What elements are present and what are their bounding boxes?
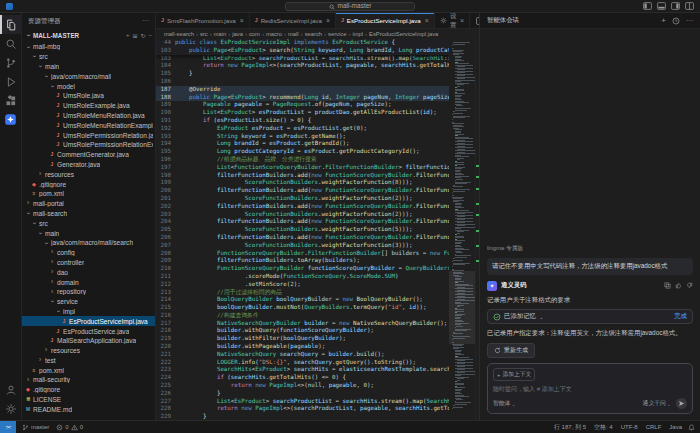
code-line[interactable]: 211 .scoreMode(FunctionScoreQuery.ScoreM… [156,273,449,281]
tree-folder[interactable]: ›mall-search [22,209,155,219]
tree-folder[interactable]: ›java/com/macro/mall/search [22,238,155,248]
tree-file[interactable]: JUmsRolePermissionRelationExample.java [22,140,155,150]
minimap-viewport[interactable] [449,271,475,343]
activity-extensions[interactable] [0,91,22,110]
tree-folder[interactable]: ›src [22,52,155,62]
tree-file[interactable]: MREADME.md [22,404,155,414]
tree-file[interactable]: ≡pom.xml [22,365,155,375]
code-line[interactable]: 189 Pageable pageable = PageRequest.of(p… [156,101,449,109]
editor-tab[interactable]: JRedisServiceImpl.java× [250,13,336,28]
tree-folder[interactable]: ›impl [22,307,155,317]
code-line[interactable]: 222 LOGGER.info("DSL:{}", searchQuery.ge… [156,359,449,367]
breadcrumb-item[interactable]: main [214,31,227,37]
code-line[interactable]: 192 EsProduct esProduct = esProductList.… [156,125,449,133]
regenerate-button[interactable]: 重新生成 [487,343,535,358]
tree-folder[interactable]: ›domain [22,277,155,287]
tree-folder[interactable]: ›java/com/macro/mall [22,71,155,81]
code-line[interactable]: 205 ScoreFunctionBuilders.weightFactorFu… [156,226,449,234]
activity-lingma[interactable] [0,110,22,129]
tree-file[interactable]: ◆.gitignore [22,179,155,189]
code-line[interactable]: 221 NativeSearchQuery searchQuery = buil… [156,351,449,359]
editor-tab[interactable]: 设置× [435,13,470,28]
activity-account[interactable] [0,380,22,399]
tree-folder[interactable]: ›mall-mbg [22,42,155,52]
workspace-section-header[interactable]: › MALL-MASTER + ⊞ ↻ − [22,29,155,42]
code-line[interactable]: 217 NativeSearchQueryBuilder builder = n… [156,320,449,328]
tree-file[interactable]: JMallSearchApplication.java [22,336,155,346]
minimap[interactable] [449,39,475,420]
code-line[interactable]: 206 filterFunctionBuilders.add(new Funct… [156,234,449,242]
more-actions-icon[interactable]: ⋯ [686,17,693,25]
breadcrumb-item[interactable]: EsProductServiceImpl.java [369,31,438,37]
code-line[interactable]: 214 BoolQueryBuilder boolQueryBuilder = … [156,296,449,304]
code-line[interactable]: 197 List<FunctionScoreQueryBuilder.Filte… [156,164,449,172]
tree-file[interactable]: JEsProductService.java [22,326,155,336]
tree-file[interactable]: JGenerator.java [22,160,155,170]
code-line[interactable]: 224 if (searchHits.getTotalHits() <= 0) … [156,374,449,382]
activity-source-control[interactable] [0,53,22,72]
activity-search[interactable] [0,34,22,53]
editor-tab[interactable]: JSmsFlashPromotion.java× [156,13,250,28]
code-line[interactable]: 202 filterFunctionBuilders.add(new Funct… [156,203,449,211]
code-line[interactable]: 218 builder.withQuery(functionScoreQuery… [156,327,449,335]
code-line[interactable]: 209 filterFunctionBuilders.toArray(build… [156,257,449,265]
tree-file[interactable]: JCommentGenerator.java [22,150,155,160]
mode-selector[interactable]: 智能体⌄ [493,399,516,408]
code-line[interactable]: 225 return new PageImpl<>(null, pageable… [156,382,449,390]
code-line[interactable]: 200 filterFunctionBuilders.add(new Funct… [156,187,449,195]
status-item[interactable]: 行 187, 列 5 [554,423,586,432]
chat-input-placeholder[interactable]: 随时提问，输入 # 添加上下文 [493,385,687,394]
toggle-panel-icon[interactable] [657,2,666,10]
status-item[interactable]: UTF-8 [621,424,638,430]
tree-file[interactable]: JUmsRoleMenuRelation.java [22,111,155,121]
overview-ruler[interactable] [475,39,479,420]
tree-folder[interactable]: ›service [22,297,155,307]
code-line[interactable]: 210 FunctionScoreQueryBuilder functionSc… [156,265,449,273]
new-file-icon[interactable]: + [126,32,130,39]
code-line[interactable]: 196 //根据商品标题、品牌、分类进行搜索 [156,156,449,164]
code-line[interactable]: 207 ScoreFunctionBuilders.weightFactorFu… [156,242,449,250]
git-branch-item[interactable]: master [22,424,49,431]
breadcrumb-item[interactable]: impl [352,31,363,37]
code-line[interactable]: 228 return new PageImpl<>(searchProductL… [156,405,449,413]
activity-explorer[interactable] [0,15,22,34]
collapse-all-icon[interactable]: − [148,32,152,39]
code-line[interactable]: 186 [156,78,449,86]
breadcrumb-item[interactable]: search [305,31,322,37]
breadcrumb-item[interactable]: service [328,31,346,37]
model-selector[interactable]: 通义千问⌄ [643,399,671,408]
code-line[interactable]: 216 //构建查询条件 [156,312,449,320]
tree-file[interactable]: JUmsRole.java [22,91,155,101]
copy-icon[interactable] [664,282,671,289]
tree-file[interactable]: JUmsRolePermissionRelation.java [22,130,155,140]
toggle-secondary-sidebar-icon[interactable] [671,2,680,10]
activity-run-debug[interactable] [0,72,22,91]
tree-folder[interactable]: ›main [22,228,155,238]
code-line[interactable]: 44public class EsProductServiceImpl impl… [156,39,449,47]
code-line[interactable]: 201 ScoreFunctionBuilders.weightFactorFu… [156,195,449,203]
activity-settings[interactable] [0,399,22,418]
breadcrumb-item[interactable]: mall [288,31,299,37]
command-center-search[interactable]: mall-master [285,2,415,11]
problems-item[interactable]: 0 0 [56,424,83,431]
code-line[interactable]: 223 SearchHits<EsProduct> searchHits = e… [156,366,449,374]
tree-file[interactable]: JUmsRoleExample.java [22,101,155,111]
code-line[interactable]: 195 Long productCategoryId = esProduct.g… [156,148,449,156]
code-line[interactable]: 188 public Page<EsProduct> recommend(Lon… [156,94,449,102]
tree-file[interactable]: JEsProductServiceImpl.java [22,316,155,326]
code-line[interactable]: 226 } [156,390,449,398]
code-line[interactable]: 212 .setMinScore(2); [156,281,449,289]
code-line[interactable]: 227 List<EsProduct> searchProductList = … [156,398,449,406]
thumbs-up-icon[interactable] [675,282,682,289]
code-line[interactable]: 193 String keyword = esProduct.getName()… [156,133,449,141]
tree-file[interactable]: ≡pom.xml [22,189,155,199]
code-line[interactable]: 198 filterFunctionBuilders.add(new Funct… [156,172,449,180]
memory-done-link[interactable]: 完成 [674,312,687,321]
tree-folder[interactable]: ›src [22,218,155,228]
new-folder-icon[interactable]: ⊞ [132,32,137,39]
send-button[interactable] [676,398,687,409]
tree-folder[interactable]: ›model [22,81,155,91]
customize-layout-icon[interactable] [685,2,694,10]
code-line[interactable]: 191 if (esProductList.size() > 0) { [156,117,449,125]
code-line[interactable]: 213 //用于过滤掉相同的商品 [156,289,449,297]
